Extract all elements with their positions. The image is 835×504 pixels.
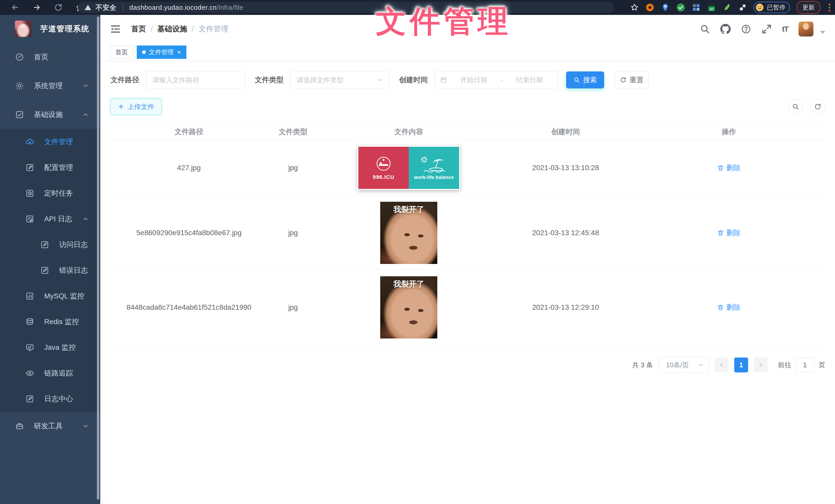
app-logo-row[interactable]: 芋道管理系统: [0, 15, 100, 43]
sidebar-item-dev-tools[interactable]: 研发工具: [0, 412, 100, 441]
sidebar-item-home[interactable]: 首页: [0, 43, 100, 71]
caret-down-icon[interactable]: [820, 31, 825, 34]
paused-label: 已暂停: [767, 3, 786, 12]
column-header-type: 文件类型: [267, 127, 319, 137]
pagination-total: 共 3 条: [632, 361, 653, 370]
file-thumbnail-meme[interactable]: 我裂开了: [380, 202, 437, 264]
back-icon[interactable]: [11, 3, 20, 12]
address-bar[interactable]: 不安全 dashboard.yudao.iocoder.cn/infra/fil…: [78, 2, 614, 13]
column-header-created: 创建时间: [499, 127, 632, 137]
sidebar-item-java-monitor[interactable]: Java 监控: [0, 335, 100, 360]
refresh-table-button[interactable]: [810, 99, 825, 114]
goto-page-input[interactable]: [795, 357, 814, 372]
main-area: 首页 / 基础设施 / 文件管理 tT: [100, 15, 835, 504]
search-icon: [573, 77, 580, 83]
sidebar-item-system[interactable]: 系统管理: [0, 71, 100, 100]
update-button[interactable]: 更新: [797, 1, 820, 14]
dashboard-icon: [15, 52, 24, 62]
date-range-picker[interactable]: 开始日期 - 结束日期: [434, 71, 558, 88]
browser-menu-icon[interactable]: [827, 4, 832, 12]
plus-icon: [118, 103, 124, 110]
prev-page-button[interactable]: [715, 357, 729, 372]
help-icon[interactable]: [741, 24, 751, 34]
sidebar-item-log-center[interactable]: 日志中心: [0, 386, 100, 412]
tag-active-dot: [142, 50, 146, 54]
security-label[interactable]: 不安全: [96, 3, 117, 12]
goto-page-group: 前往 页: [778, 357, 825, 372]
profile-paused-chip[interactable]: 已暂停: [754, 2, 790, 13]
bookmark-star-icon[interactable]: [630, 3, 639, 12]
security-warning-icon[interactable]: [84, 4, 91, 11]
table-row: 5e8609290e915c4fa8b08e67.jpg jpg 我裂开了 20…: [110, 195, 825, 270]
sidebar-item-api-log[interactable]: API 日志: [0, 206, 100, 232]
sidebar-item-access-log[interactable]: 访问日志: [0, 232, 100, 257]
tag-label: 首页: [116, 48, 128, 56]
search-button-label: 搜索: [583, 75, 597, 85]
user-avatar[interactable]: [798, 22, 813, 37]
hamburger-icon[interactable]: [110, 24, 121, 35]
delete-button-label: 删除: [726, 302, 741, 312]
reset-button[interactable]: 重置: [614, 71, 649, 88]
sidebar-item-config-management[interactable]: 配置管理: [0, 155, 100, 181]
url-text[interactable]: dashboard.yudao.iocoder.cn/infra/file: [129, 4, 243, 12]
breadcrumb-infrastructure[interactable]: 基础设施: [157, 24, 187, 34]
delete-button[interactable]: 删除: [717, 302, 741, 312]
ext-on-badge-icon[interactable]: on: [707, 3, 716, 12]
sidebar-item-scheduled-jobs[interactable]: 定时任务: [0, 181, 100, 206]
browser-nav-buttons: [0, 3, 84, 12]
file-table: 文件路径 文件类型 文件内容 创建时间 操作 427.jpg jpg: [110, 123, 825, 345]
tag-label: 文件管理: [149, 48, 174, 56]
sidebar-scrollbar[interactable]: [97, 17, 99, 500]
meme-caption: 我裂开了: [380, 279, 437, 289]
ext-grid-icon[interactable]: [692, 3, 700, 12]
font-size-icon[interactable]: tT: [782, 25, 788, 34]
search-button[interactable]: 搜索: [566, 71, 604, 88]
github-icon[interactable]: [720, 24, 731, 34]
eye-icon: [25, 369, 35, 378]
page-size-select[interactable]: 10条/页: [659, 357, 709, 373]
toggle-search-button[interactable]: [788, 99, 803, 114]
next-page-button[interactable]: [754, 357, 768, 372]
file-thumbnail-meme[interactable]: 我裂开了: [380, 276, 437, 338]
page-size-value: 10条/页: [666, 361, 689, 370]
page-number-current[interactable]: 1: [734, 357, 748, 372]
timer-icon: [25, 189, 35, 198]
column-header-path: 文件路径: [110, 127, 267, 137]
cell-created-time: 2021-03-13 12:45:48: [499, 229, 632, 237]
sidebar-item-error-log[interactable]: 错误日志: [0, 257, 100, 283]
sidebar-item-redis-monitor[interactable]: Redis 监控: [0, 309, 100, 335]
sidebar-item-label: 基础设施: [34, 110, 63, 120]
tag-home[interactable]: 首页: [110, 45, 133, 59]
upload-button-label: 上传文件: [127, 102, 154, 111]
search-icon[interactable]: [700, 24, 710, 34]
check-square-icon: [15, 110, 24, 119]
cloud-upload-icon: [25, 137, 35, 147]
ext-puzzle-icon[interactable]: [738, 3, 747, 12]
delete-button[interactable]: 删除: [717, 228, 741, 238]
forward-icon[interactable]: [33, 3, 41, 12]
log-edit-icon: [25, 394, 35, 403]
ext-check-circle-icon[interactable]: [676, 3, 685, 12]
sidebar-item-label: 定时任务: [44, 188, 73, 198]
upload-file-button[interactable]: 上传文件: [110, 99, 161, 114]
file-thumbnail-996[interactable]: 996.ICU: [357, 146, 460, 190]
file-type-select[interactable]: 请选择文件类型: [290, 71, 389, 88]
ext-leaf-icon[interactable]: [722, 3, 731, 12]
fullscreen-icon[interactable]: [761, 24, 772, 34]
pagination: 共 3 条 10条/页 1 前往 页: [110, 357, 825, 384]
tag-file-management[interactable]: 文件管理 ×: [137, 45, 186, 59]
sidebar-item-trace[interactable]: 链路追踪: [0, 360, 100, 386]
delete-button[interactable]: 删除: [717, 163, 741, 173]
browser-extensions-area: on 已暂停 更新: [630, 0, 832, 15]
tag-close-icon[interactable]: ×: [177, 49, 181, 56]
breadcrumb-current: 文件管理: [199, 24, 228, 34]
breadcrumb-home[interactable]: 首页: [131, 24, 146, 34]
ext-gear-icon[interactable]: [646, 3, 654, 12]
sidebar-item-mysql-monitor[interactable]: MySQL 监控: [0, 283, 100, 309]
ext-pin-icon[interactable]: [661, 3, 670, 12]
file-path-input[interactable]: [146, 71, 245, 88]
reload-icon[interactable]: [54, 3, 63, 12]
chevron-down-icon: [377, 77, 384, 83]
sidebar-item-infrastructure[interactable]: 基础设施: [0, 100, 100, 129]
sidebar-item-file-management[interactable]: 文件管理: [0, 129, 100, 155]
